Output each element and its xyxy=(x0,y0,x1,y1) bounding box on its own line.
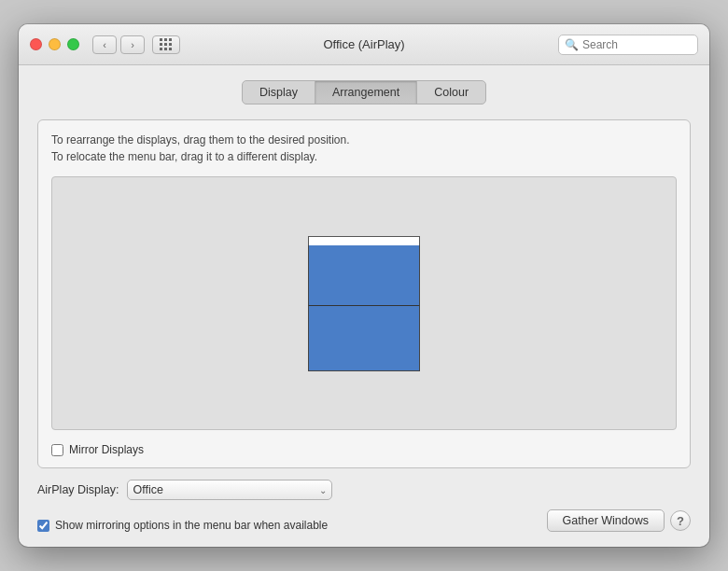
airplay-label: AirPlay Display: xyxy=(37,483,119,496)
forward-button[interactable]: › xyxy=(120,35,145,54)
display-bottom-screen xyxy=(308,306,420,371)
airplay-dropdown[interactable]: Office Off xyxy=(127,480,332,500)
content-area: Display Arrangement Colour To rearrange … xyxy=(19,65,709,547)
main-window: ‹ › Office (AirPlay) 🔍 Display Arrange xyxy=(19,24,709,547)
back-icon: ‹ xyxy=(103,39,106,50)
search-icon: 🔍 xyxy=(565,38,579,51)
mirror-displays-checkbox[interactable] xyxy=(51,444,63,456)
instructions-text: To rearrange the displays, drag them to … xyxy=(51,132,677,165)
titlebar: ‹ › Office (AirPlay) 🔍 xyxy=(19,24,709,65)
airplay-row: AirPlay Display: Office Off ⌄ xyxy=(37,480,691,500)
display-top-screen xyxy=(308,245,420,306)
grid-view-button[interactable] xyxy=(152,35,180,54)
display-menubar-bar xyxy=(308,236,420,245)
grid-icon xyxy=(160,38,173,51)
show-mirroring-checkbox[interactable] xyxy=(37,520,49,532)
show-mirroring-row: Show mirroring options in the menu bar w… xyxy=(37,519,328,532)
maximize-button[interactable] xyxy=(67,38,79,50)
back-button[interactable]: ‹ xyxy=(92,35,117,54)
arrangement-panel: To rearrange the displays, drag them to … xyxy=(37,119,691,468)
tab-display[interactable]: Display xyxy=(243,81,315,104)
tab-arrangement[interactable]: Arrangement xyxy=(315,81,417,104)
forward-icon: › xyxy=(131,39,134,50)
action-buttons: Gather Windows ? xyxy=(547,509,691,532)
nav-buttons: ‹ › xyxy=(92,35,180,54)
close-button[interactable] xyxy=(30,38,42,50)
mirror-displays-label: Mirror Displays xyxy=(69,443,144,456)
traffic-lights xyxy=(30,38,79,50)
airplay-dropdown-wrapper: Office Off ⌄ xyxy=(127,480,332,500)
gather-windows-button[interactable]: Gather Windows xyxy=(547,509,665,532)
arrangement-area xyxy=(51,176,677,430)
show-mirroring-label: Show mirroring options in the menu bar w… xyxy=(55,519,328,532)
minimize-button[interactable] xyxy=(49,38,61,50)
search-input[interactable] xyxy=(582,38,692,51)
bottom-row: Show mirroring options in the menu bar w… xyxy=(37,509,691,532)
window-title: Office (AirPlay) xyxy=(323,37,404,51)
display-stack xyxy=(308,236,420,371)
help-button[interactable]: ? xyxy=(670,510,691,531)
instruction-line2: To relocate the menu bar, drag it to a d… xyxy=(51,148,677,165)
tab-group: Display Arrangement Colour xyxy=(242,80,486,104)
instruction-line1: To rearrange the displays, drag them to … xyxy=(51,132,677,148)
mirror-displays-row: Mirror Displays xyxy=(51,443,677,456)
search-box[interactable]: 🔍 xyxy=(558,35,698,55)
tab-colour[interactable]: Colour xyxy=(417,81,485,104)
